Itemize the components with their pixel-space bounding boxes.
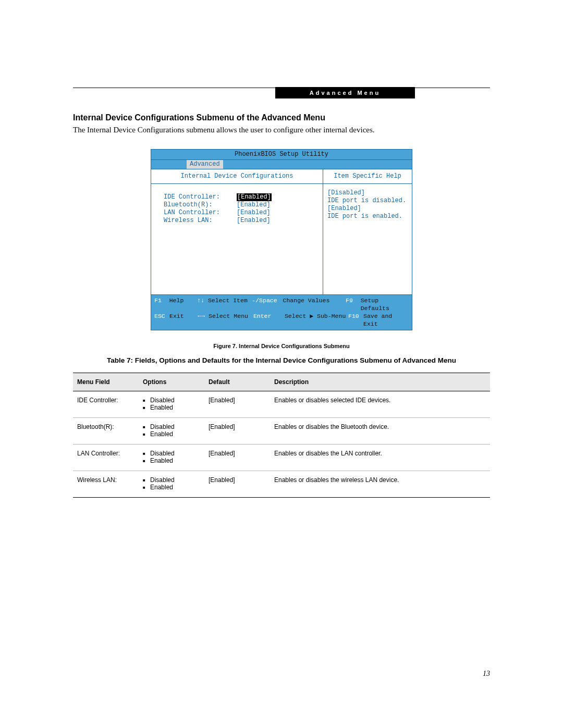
- bios-help-line: IDE port is enabled.: [327, 213, 408, 220]
- bios-action: Help: [169, 297, 198, 312]
- bios-help-text: [Disabled] IDE port is disabled. [Enable…: [323, 184, 412, 294]
- bios-key: Enter: [253, 312, 285, 328]
- bios-key: ↑↓: [197, 297, 204, 304]
- bios-label: IDE Controller:: [164, 193, 237, 201]
- bios-right-heading: Item Specific Help: [323, 169, 412, 184]
- cell-field: LAN Controller:: [73, 445, 139, 471]
- option-item: Enabled: [143, 484, 200, 491]
- th-options: Options: [139, 373, 204, 391]
- cell-field: Bluetooth(R):: [73, 418, 139, 445]
- bios-label: LAN Controller:: [164, 209, 237, 217]
- bios-screenshot: PhoenixBIOS Setup Utility Advanced Inter…: [151, 149, 412, 330]
- cell-description: Enables or disables the LAN controller.: [270, 445, 490, 471]
- table-row: IDE Controller: Disabled Enabled [Enable…: [73, 391, 490, 418]
- cell-options: Disabled Enabled: [139, 445, 204, 471]
- bios-tab-bar: Advanced: [151, 160, 412, 169]
- cell-options: Disabled Enabled: [139, 418, 204, 445]
- bios-key: -/Space: [252, 297, 283, 312]
- cell-options: Disabled Enabled: [139, 391, 204, 418]
- table-row: Wireless LAN: Disabled Enabled [Enabled]…: [73, 471, 490, 498]
- th-menu-field: Menu Field: [73, 373, 139, 391]
- cell-description: Enables or disables selected IDE devices…: [270, 391, 490, 418]
- cell-description: Enables or disables the wireless LAN dev…: [270, 471, 490, 498]
- bios-label: Wireless LAN:: [164, 217, 237, 225]
- header-bar: Advanced Menu: [275, 87, 415, 98]
- bios-action: Save and Exit: [363, 312, 409, 328]
- bios-footer: F1 Help ↑↓ Select Item -/Space Change Va…: [151, 294, 412, 330]
- cell-field: Wireless LAN:: [73, 471, 139, 498]
- option-item: Enabled: [143, 404, 200, 411]
- bios-action: Exit: [169, 312, 198, 328]
- bios-action: Change Values: [283, 297, 346, 312]
- bios-tab-advanced: Advanced: [187, 160, 223, 169]
- option-item: Disabled: [143, 450, 200, 457]
- options-table: Menu Field Options Default Description I…: [73, 373, 490, 498]
- cell-default: [Enabled]: [204, 391, 270, 418]
- bios-value: [Enabled]: [237, 217, 271, 225]
- bios-help-line: [Disabled]: [327, 189, 408, 197]
- bios-left-heading: Internal Device Configurations: [151, 169, 323, 184]
- bios-title: PhoenixBIOS Setup Utility: [151, 150, 412, 160]
- bios-key: F1: [154, 297, 169, 312]
- bios-key: F10: [348, 312, 363, 328]
- bios-action: Select Menu: [209, 313, 248, 319]
- cell-field: IDE Controller:: [73, 391, 139, 418]
- cell-default: [Enabled]: [204, 445, 270, 471]
- th-default: Default: [204, 373, 270, 391]
- bios-help-line: [Enabled]: [327, 205, 408, 213]
- section-title: Internal Device Configurations Submenu o…: [73, 113, 490, 122]
- th-description: Description: [270, 373, 490, 391]
- intro-paragraph: The Internal Device Configurations subme…: [73, 126, 490, 134]
- bios-key: ←→: [198, 313, 205, 319]
- table-caption: Table 7: Fields, Options and Defaults fo…: [73, 356, 490, 364]
- bios-key: ESC: [154, 312, 169, 328]
- option-item: Enabled: [143, 430, 200, 438]
- bios-row-bluetooth: Bluetooth(R): [Enabled]: [164, 201, 317, 209]
- cell-options: Disabled Enabled: [139, 471, 204, 498]
- bios-help-line: IDE port is disabled.: [327, 197, 408, 205]
- cell-description: Enables or disables the Bluetooth device…: [270, 418, 490, 445]
- cell-default: [Enabled]: [204, 418, 270, 445]
- option-item: Disabled: [143, 397, 200, 404]
- bios-action: Setup Defaults: [361, 297, 409, 312]
- option-item: Enabled: [143, 457, 200, 464]
- bios-key: F9: [346, 297, 361, 312]
- bios-row-wlan: Wireless LAN: [Enabled]: [164, 217, 317, 225]
- table-row: Bluetooth(R): Disabled Enabled [Enabled]…: [73, 418, 490, 445]
- bios-row-lan: LAN Controller: [Enabled]: [164, 209, 317, 217]
- bios-value: [Enabled]: [237, 209, 271, 217]
- cell-default: [Enabled]: [204, 471, 270, 498]
- bios-action: Select ▶ Sub-Menu: [285, 312, 348, 328]
- bios-value: [Enabled]: [237, 201, 271, 209]
- bios-value-selected: [Enabled]: [237, 193, 272, 201]
- bios-settings-list: IDE Controller: [Enabled] Bluetooth(R): …: [151, 184, 323, 294]
- bios-row-ide: IDE Controller: [Enabled]: [164, 193, 317, 201]
- table-row: LAN Controller: Disabled Enabled [Enable…: [73, 445, 490, 471]
- table-header-row: Menu Field Options Default Description: [73, 373, 490, 391]
- option-item: Disabled: [143, 476, 200, 484]
- page-number: 13: [483, 670, 490, 678]
- figure-caption: Figure 7. Internal Device Configurations…: [73, 343, 490, 349]
- option-item: Disabled: [143, 423, 200, 430]
- bios-action: Select Item: [208, 297, 248, 304]
- bios-label: Bluetooth(R):: [164, 201, 237, 209]
